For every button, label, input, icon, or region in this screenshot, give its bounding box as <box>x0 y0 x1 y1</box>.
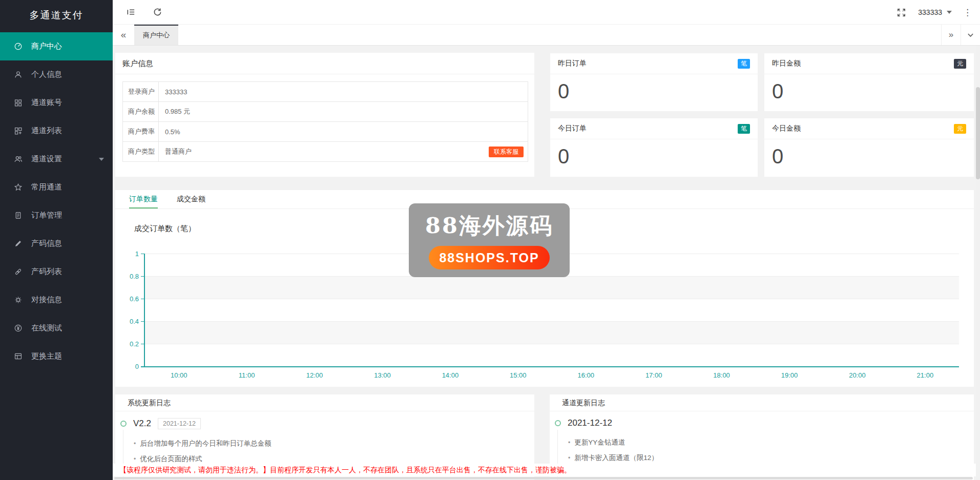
sidebar-item-label: 在线测试 <box>31 323 62 333</box>
timeline-dot-icon <box>120 421 127 427</box>
tabs-menu-icon[interactable] <box>961 25 980 45</box>
sidebar-item-label: 商户中心 <box>31 41 62 51</box>
sidebar-menu: 商户中心 个人信息 通道账号 通道列表 通道设置 常用通道 <box>0 32 113 370</box>
table-row: 商户余额 0.985 元 <box>123 102 528 122</box>
row-label: 商户类型 <box>123 142 159 162</box>
timeline-dot-icon <box>555 420 561 426</box>
stat-card-yesterday-orders: 昨日订单 笔 0 <box>550 53 758 111</box>
yen-circle-icon <box>14 324 23 332</box>
tabs-scroll-left-icon[interactable]: « <box>113 25 134 45</box>
y-tick-label: 1 <box>135 250 139 258</box>
sidebar-item-order-management[interactable]: 订单管理 <box>0 201 113 229</box>
x-tick-label: 13:00 <box>348 371 416 379</box>
user-menu[interactable]: 333333 <box>918 8 952 16</box>
id-card-icon <box>14 98 23 107</box>
more-menu-icon[interactable]: ⋮ <box>963 8 972 17</box>
sidebar-item-label: 通道列表 <box>31 126 62 136</box>
stat-title: 今日订单 <box>558 124 587 133</box>
stat-value: 0 <box>764 74 974 103</box>
channel-log-title: 通道更新日志 <box>550 394 974 411</box>
account-card-title: 账户信息 <box>115 53 534 74</box>
merchant-type-value: 普通商户 <box>165 148 192 155</box>
row-value: 0.5% <box>159 122 528 142</box>
x-axis-labels: 10:00 11:00 12:00 13:00 14:00 15:00 16:0… <box>145 371 959 379</box>
header-left-icons <box>113 7 163 18</box>
stat-value: 0 <box>550 139 758 168</box>
list-item: 后台增加每个用户的今日和昨日订单总金额 <box>134 436 534 451</box>
fullscreen-icon[interactable] <box>895 7 907 18</box>
stat-title: 昨日金额 <box>772 59 801 68</box>
row-value: 333333 <box>159 82 528 102</box>
system-log-title: 系统更新日志 <box>115 394 534 411</box>
dashboard-icon <box>14 42 23 51</box>
sidebar-item-channel-settings[interactable]: 通道设置 <box>0 145 113 173</box>
x-tick-label: 12:00 <box>281 371 348 379</box>
x-tick-label: 20:00 <box>823 371 891 379</box>
row-value: 普通商户 联系客服 <box>159 142 528 162</box>
chevron-down-icon <box>99 158 104 161</box>
contact-support-button[interactable]: 联系客服 <box>489 147 524 157</box>
chart-card: 订单数量 成交金额 成交订单数（笔） 1 0.8 0.6 0.4 0.2 0 1… <box>115 190 974 387</box>
watermark-badge: 88SHOPS.TOP <box>429 246 550 269</box>
sidebar-item-label: 个人信息 <box>31 70 62 79</box>
group-icon <box>14 155 23 163</box>
y-tick-label: 0.6 <box>130 295 139 303</box>
sidebar-item-favorite-channels[interactable]: 常用通道 <box>0 173 113 201</box>
log-item-list: 更新YY金钻通道 新增卡密入面通道（限12） <box>568 435 974 466</box>
watermark-overlay: 88海外源码 88SHOPS.TOP <box>409 203 570 277</box>
top-header: 333333 ⋮ <box>113 0 980 25</box>
tab-merchant-center[interactable]: 商户中心 <box>134 25 178 45</box>
chart-title: 成交订单数（笔） <box>134 224 196 234</box>
tab-order-count[interactable]: 订单数量 <box>129 190 158 208</box>
sidebar-item-label: 订单管理 <box>31 211 62 220</box>
gear-icon <box>14 296 23 304</box>
table-row: 登录商户 333333 <box>123 82 528 102</box>
refresh-icon[interactable] <box>152 7 163 18</box>
log-version: V2.2 <box>133 419 151 429</box>
timeline: V2.2 2021-12-12 后台增加每个用户的今日和昨日订单总金额 优化后台… <box>115 411 534 467</box>
sidebar-item-personal-info[interactable]: 个人信息 <box>0 60 113 89</box>
sidebar-item-label: 通道设置 <box>31 154 62 164</box>
link-icon <box>14 267 23 276</box>
sidebar-item-online-test[interactable]: 在线测试 <box>0 314 113 342</box>
horizontal-scrollbar-thumb[interactable] <box>114 477 973 479</box>
sidebar-item-api-info[interactable]: 对接信息 <box>0 286 113 314</box>
y-tick-label: 0.8 <box>130 273 139 280</box>
row-label: 登录商户 <box>123 82 159 102</box>
x-tick-label: 17:00 <box>620 371 687 379</box>
stat-card-yesterday-amount: 昨日金额 元 0 <box>764 53 974 111</box>
vertical-scrollbar-thumb[interactable] <box>976 87 980 179</box>
stat-card-today-amount: 今日金额 元 0 <box>764 118 974 177</box>
sidebar-item-code-list[interactable]: 产码列表 <box>0 258 113 286</box>
unit-badge: 元 <box>954 59 966 69</box>
collapse-sidebar-icon[interactable] <box>125 7 136 18</box>
theme-icon <box>14 352 23 361</box>
grid-plus-icon <box>14 127 23 135</box>
timeline: 2021-12-12 更新YY金钻通道 新增卡密入面通道（限12） <box>550 411 974 466</box>
plot-band <box>145 299 959 321</box>
sidebar-item-merchant-center[interactable]: 商户中心 <box>0 32 113 60</box>
sidebar-item-channel-list[interactable]: 通道列表 <box>0 117 113 145</box>
row-label: 商户余额 <box>123 102 159 122</box>
plot-band <box>145 344 959 366</box>
x-tick-label: 19:00 <box>756 371 823 379</box>
user-icon <box>14 70 23 79</box>
unit-badge: 元 <box>954 124 966 134</box>
sidebar-item-label: 常用通道 <box>31 182 62 192</box>
stat-value: 0 <box>550 74 758 103</box>
sidebar-item-channel-account[interactable]: 通道账号 <box>0 89 113 117</box>
log-item-list: 后台增加每个用户的今日和昨日订单总金额 优化后台页面的样式 <box>134 436 534 467</box>
y-tick-label: 0.2 <box>130 340 139 348</box>
stat-value: 0 <box>764 139 974 168</box>
app-window: 多通道支付 商户中心 个人信息 通道账号 通道列表 通道设置 <box>0 0 980 480</box>
list-item: 更新YY金钻通道 <box>568 435 974 450</box>
unit-badge: 笔 <box>738 59 750 69</box>
log-date: 2021-12-12 <box>568 418 612 428</box>
tab-transaction-amount[interactable]: 成交金额 <box>177 190 205 208</box>
tabs-scroll-right-icon[interactable]: » <box>941 25 961 45</box>
x-axis-line <box>141 366 959 367</box>
sidebar-item-change-theme[interactable]: 更换主题 <box>0 342 113 370</box>
sidebar-item-code-info[interactable]: 产码信息 <box>0 229 113 258</box>
username: 333333 <box>918 8 942 16</box>
sidebar-item-label: 产码信息 <box>31 239 62 248</box>
